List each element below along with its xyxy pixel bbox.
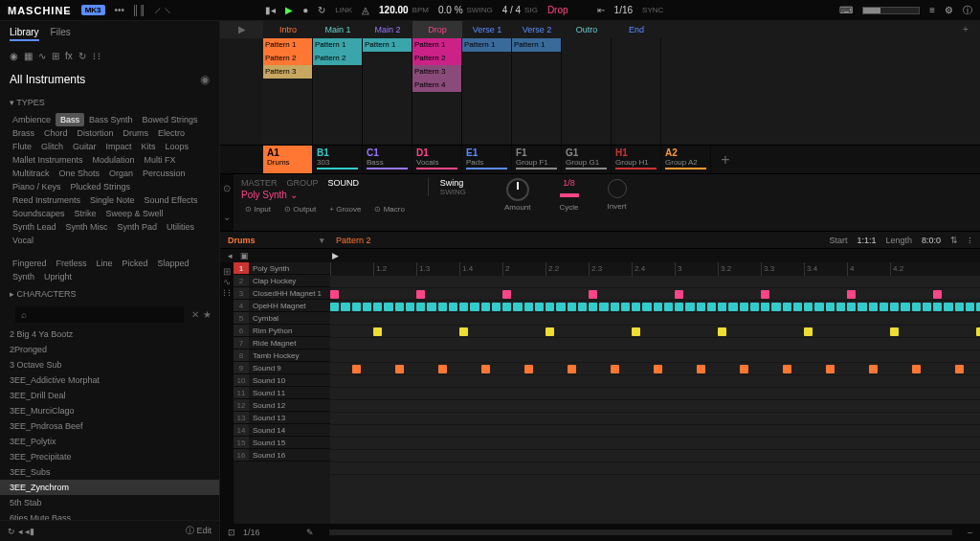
pattern-cell[interactable] xyxy=(313,79,362,92)
result-item[interactable]: 6ties Mute Bass xyxy=(0,510,219,520)
track-header[interactable]: 1Poly Synth xyxy=(234,262,330,275)
play-icon[interactable]: ▶ xyxy=(285,5,293,15)
fx-icon[interactable]: fx xyxy=(65,51,73,61)
note[interactable] xyxy=(589,303,597,311)
note[interactable] xyxy=(578,303,587,311)
scene[interactable]: Intro xyxy=(263,21,313,38)
type-tag[interactable]: Synth Lead xyxy=(8,220,61,234)
note[interactable] xyxy=(804,303,813,311)
pattern-cell[interactable] xyxy=(612,79,660,92)
note[interactable] xyxy=(611,365,619,373)
note[interactable] xyxy=(416,290,425,299)
type-tag[interactable]: Drums xyxy=(119,126,154,140)
tempo-value[interactable]: 120.00 xyxy=(379,5,409,15)
track-header[interactable]: 11Sound 11 xyxy=(234,387,330,399)
scene[interactable]: Verse 2 xyxy=(512,21,562,38)
note[interactable] xyxy=(880,303,888,311)
subtype-tag[interactable]: Slapped xyxy=(153,257,194,270)
note[interactable] xyxy=(826,303,835,311)
pattern-cell[interactable] xyxy=(462,65,511,79)
note[interactable] xyxy=(944,303,952,311)
note[interactable] xyxy=(718,303,726,311)
note[interactable] xyxy=(933,303,942,311)
result-item[interactable]: 2 Big 4 Ya Bootz xyxy=(0,327,219,342)
type-tag[interactable]: Percussion xyxy=(138,167,190,180)
result-item[interactable]: 3EE_Drill Deal xyxy=(0,388,219,403)
result-item[interactable]: 3EE_Precipitate xyxy=(0,449,219,464)
result-item[interactable]: 3EE_MurciClago xyxy=(0,403,219,418)
ruler-tick[interactable]: 2 xyxy=(502,262,546,276)
group[interactable]: E1Pads xyxy=(462,146,512,173)
track-header[interactable]: 15Sound 15 xyxy=(234,437,330,449)
note[interactable] xyxy=(416,303,425,311)
note[interactable] xyxy=(384,303,392,311)
pattern-cell[interactable] xyxy=(363,79,412,92)
type-tag[interactable]: Synth Misc xyxy=(61,220,113,234)
grid-row[interactable] xyxy=(330,388,980,400)
pattern-cell[interactable]: Pattern 3 xyxy=(263,65,312,79)
zoom-out-icon[interactable]: – xyxy=(968,528,972,537)
note[interactable] xyxy=(804,327,813,336)
result-item[interactable]: 2Pronged xyxy=(0,342,219,357)
note[interactable] xyxy=(502,290,511,299)
note[interactable] xyxy=(330,290,339,299)
seq-group-name[interactable]: Drums xyxy=(228,236,256,245)
eye-icon[interactable]: ◉ xyxy=(200,73,210,86)
note[interactable] xyxy=(599,303,608,311)
track-header[interactable]: 12Sound 12 xyxy=(234,399,330,412)
grid-value[interactable]: 1/16 xyxy=(614,5,633,15)
type-tag[interactable]: Ambience xyxy=(8,113,56,126)
note[interactable] xyxy=(546,327,554,336)
group[interactable]: C1Bass xyxy=(363,146,412,173)
note[interactable] xyxy=(492,303,501,311)
note[interactable] xyxy=(976,303,980,311)
scene[interactable]: Main 2 xyxy=(363,21,412,38)
type-tag[interactable]: Guitar xyxy=(68,140,101,153)
note[interactable] xyxy=(966,303,974,311)
ruler-tick[interactable]: 4.2 xyxy=(890,262,933,276)
note[interactable] xyxy=(632,303,640,311)
sampler-icon[interactable]: ⊞ xyxy=(223,266,231,277)
pattern-cell[interactable] xyxy=(562,79,611,92)
track-header[interactable]: 9Sound 9 xyxy=(234,362,330,374)
note[interactable] xyxy=(847,303,856,311)
note[interactable] xyxy=(524,303,533,311)
grid-row[interactable] xyxy=(330,350,980,363)
group[interactable]: D1Vocals xyxy=(412,146,462,173)
grid-row[interactable] xyxy=(330,400,980,413)
note[interactable] xyxy=(826,365,835,373)
ruler-tick[interactable]: 1.2 xyxy=(373,262,416,276)
note[interactable] xyxy=(955,365,964,373)
grid-row[interactable] xyxy=(330,338,980,350)
note[interactable] xyxy=(783,303,791,311)
playhead-icon[interactable]: ▶ xyxy=(332,251,339,260)
track-header[interactable]: 2Clap Hockey xyxy=(234,275,330,287)
note[interactable] xyxy=(341,303,349,311)
param-input[interactable]: ⊙ Input xyxy=(241,204,275,214)
record-icon[interactable]: ● xyxy=(302,5,308,15)
type-tag[interactable]: Reed Instruments xyxy=(8,193,85,207)
note[interactable] xyxy=(654,303,662,311)
ruler-tick[interactable]: 3.2 xyxy=(718,262,761,276)
type-tag[interactable]: Bass xyxy=(56,113,84,126)
pattern-cell[interactable]: Pattern 1 xyxy=(412,38,461,52)
track-header[interactable]: 14Sound 14 xyxy=(234,424,330,437)
pattern-cell[interactable] xyxy=(612,52,660,65)
note[interactable] xyxy=(459,327,468,336)
grid-row[interactable] xyxy=(330,313,980,326)
type-tag[interactable]: Multitrack xyxy=(8,167,55,180)
scene[interactable]: End xyxy=(612,21,661,38)
track-header[interactable]: 13Sound 13 xyxy=(234,412,330,424)
note[interactable] xyxy=(697,365,705,373)
chevron-down-icon[interactable]: ⌄ xyxy=(223,212,231,222)
pattern-cell[interactable] xyxy=(263,79,312,92)
group[interactable]: G1Group G1 xyxy=(562,146,612,173)
note[interactable] xyxy=(363,303,371,311)
pattern-cell[interactable] xyxy=(462,52,511,65)
ruler-tick[interactable]: 3.3 xyxy=(761,262,804,276)
type-tag[interactable]: Synth Pad xyxy=(113,220,163,234)
keyboard-icon[interactable]: ⌨ xyxy=(839,5,853,15)
result-item[interactable]: 3EE_Pndrosa Beef xyxy=(0,418,219,434)
ruler-tick[interactable]: 2.3 xyxy=(589,262,632,276)
menu-icon[interactable]: ••• xyxy=(115,5,125,15)
